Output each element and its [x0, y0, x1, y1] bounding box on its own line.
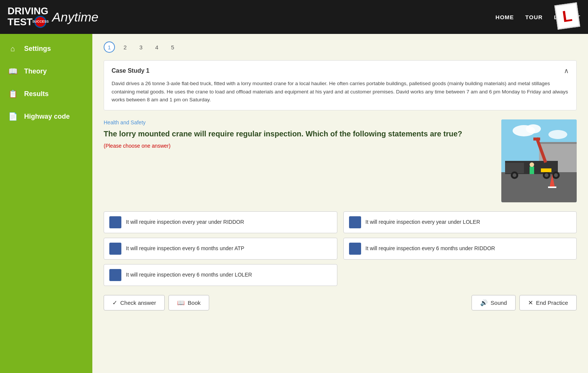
- case-study-text: David drives a 26 tonne 3-axle flat-bed …: [112, 79, 569, 104]
- answers-col1: It will require inspection every year un…: [104, 211, 337, 286]
- page-1[interactable]: 1: [104, 41, 115, 53]
- answers-col2: It will require inspection every year un…: [343, 211, 577, 286]
- sidebar-label-highway: Highway code: [24, 113, 70, 121]
- brand-anytime: Anytime: [52, 10, 98, 24]
- question-text: The lorry mounted crane will require reg…: [104, 128, 494, 139]
- sidebar-label-theory: Theory: [24, 67, 47, 75]
- answer-b2[interactable]: It will require inspection every 6 month…: [343, 238, 577, 260]
- page-5[interactable]: 5: [167, 41, 178, 53]
- sidebar-item-settings[interactable]: ⌂ Settings: [0, 38, 92, 60]
- l-plate: L: [554, 2, 580, 30]
- svg-rect-17: [530, 167, 534, 174]
- question-image: [501, 119, 577, 202]
- brand-test: TEST: [8, 17, 32, 27]
- sound-icon: 🔊: [480, 299, 488, 306]
- sidebar-item-highway[interactable]: 📄 Highway code: [0, 105, 92, 128]
- sidebar-item-results[interactable]: 📋 Results: [0, 83, 92, 105]
- answers-grid: It will require inspection every year un…: [104, 211, 577, 286]
- checkbox-b2[interactable]: [349, 243, 361, 255]
- question-left: Health and Safety The lorry mounted cran…: [104, 119, 494, 202]
- svg-point-12: [545, 173, 548, 177]
- svg-point-10: [513, 173, 516, 177]
- content-area: 1 2 3 4 5 Case Study 1 ∧ David drives a …: [92, 34, 588, 373]
- checkbox-b1[interactable]: [349, 216, 361, 228]
- sidebar-item-theory[interactable]: 📖 Theory: [0, 60, 92, 83]
- question-category: Health and Safety: [104, 119, 494, 125]
- main-layout: ⌂ Settings 📖 Theory 📋 Results 📄 Highway …: [0, 34, 588, 373]
- sound-button[interactable]: 🔊 Sound: [472, 295, 516, 310]
- case-study-box: Case Study 1 ∧ David drives a 26 tonne 3…: [104, 60, 577, 110]
- end-practice-button[interactable]: ✕ End Practice: [519, 295, 577, 310]
- svg-point-18: [530, 162, 534, 167]
- answer-a2[interactable]: It will require inspection every 6 month…: [104, 238, 337, 260]
- logo-area: DRIVING TEST SUCCESS Anytime: [8, 6, 98, 28]
- question-instruction: (Please choose one answer): [104, 143, 494, 149]
- svg-rect-5: [539, 142, 577, 144]
- brand-badge: SUCCESS: [34, 16, 46, 28]
- home-icon: ⌂: [8, 44, 18, 53]
- checkbox-a1[interactable]: [109, 216, 121, 228]
- answer-text-a3: It will require inspection every 6 month…: [126, 271, 252, 279]
- page-2[interactable]: 2: [119, 41, 131, 53]
- nav-tour[interactable]: TOUR: [525, 14, 543, 20]
- checkbox-a2[interactable]: [109, 243, 121, 255]
- page-3[interactable]: 3: [135, 41, 147, 53]
- action-bar: ✓ Check answer 📖 Book 🔊 Sound ✕ End Prac…: [104, 295, 577, 310]
- check-answer-button[interactable]: ✓ Check answer: [104, 295, 165, 310]
- svg-point-3: [548, 130, 567, 139]
- action-left: ✓ Check answer 📖 Book: [104, 295, 209, 310]
- brand-driving: DRIVING: [8, 6, 48, 16]
- pagination: 1 2 3 4 5: [104, 41, 577, 53]
- svg-rect-19: [541, 168, 551, 172]
- logo-text-block: DRIVING TEST SUCCESS Anytime: [8, 6, 98, 28]
- end-practice-label: End Practice: [536, 300, 568, 306]
- clipboard-icon: 📋: [8, 89, 18, 98]
- action-right: 🔊 Sound ✕ End Practice: [472, 295, 577, 310]
- header: DRIVING TEST SUCCESS Anytime HOME TOUR L…: [0, 0, 588, 34]
- checkmark-icon: ✓: [112, 299, 117, 306]
- svg-rect-27: [548, 186, 556, 188]
- answer-a3[interactable]: It will require inspection every 6 month…: [104, 264, 337, 286]
- sound-label: Sound: [491, 300, 507, 306]
- nav-home[interactable]: HOME: [496, 14, 514, 20]
- answer-text-b2: It will require inspection every 6 month…: [366, 245, 495, 252]
- answer-text-b1: It will require inspection every year un…: [366, 219, 480, 226]
- close-x-icon: ✕: [528, 299, 533, 306]
- svg-rect-16: [533, 138, 540, 141]
- document-icon: 📄: [8, 112, 18, 121]
- answer-b1[interactable]: It will require inspection every year un…: [343, 211, 577, 233]
- check-answer-label: Check answer: [120, 300, 156, 306]
- svg-point-14: [554, 173, 558, 177]
- checkbox-a3[interactable]: [109, 269, 121, 281]
- book-icon: 📖: [8, 67, 18, 76]
- collapse-icon[interactable]: ∧: [564, 67, 569, 75]
- svg-point-2: [526, 124, 541, 133]
- l-letter: L: [561, 6, 573, 26]
- sidebar-label-settings: Settings: [24, 45, 51, 53]
- sidebar: ⌂ Settings 📖 Theory 📋 Results 📄 Highway …: [0, 34, 92, 373]
- book-action-icon: 📖: [177, 299, 185, 306]
- answer-text-a1: It will require inspection every year un…: [126, 219, 244, 226]
- question-area: Health and Safety The lorry mounted cran…: [104, 119, 577, 202]
- answer-a1[interactable]: It will require inspection every year un…: [104, 211, 337, 233]
- case-study-header: Case Study 1 ∧: [112, 67, 569, 75]
- book-label: Book: [188, 300, 201, 306]
- sidebar-label-results: Results: [24, 90, 49, 98]
- page-4[interactable]: 4: [151, 41, 162, 53]
- case-study-title: Case Study 1: [112, 67, 149, 74]
- book-button[interactable]: 📖 Book: [168, 295, 209, 310]
- answer-text-a2: It will require inspection every 6 month…: [126, 245, 244, 252]
